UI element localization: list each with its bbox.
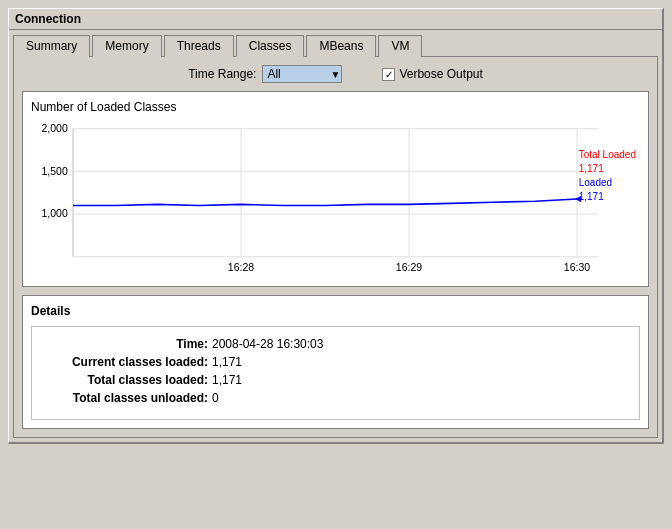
tab-mbeans[interactable]: MBeans xyxy=(306,35,376,57)
chart-section: Number of Loaded Classes 2,000 1,500 xyxy=(22,91,649,287)
chart-svg: 2,000 1,500 1,000 16:28 16:29 16:30 xyxy=(31,118,640,278)
verbose-output-label: Verbose Output xyxy=(399,67,482,81)
detail-row-time: Time: 2008-04-28 16:30:03 xyxy=(52,337,619,351)
detail-value-current: 1,171 xyxy=(212,355,242,369)
window-title: Connection xyxy=(15,12,81,26)
tab-threads[interactable]: Threads xyxy=(164,35,234,57)
tab-content: Time Range: All ▼ ✓ Verbose Output Numbe… xyxy=(13,56,658,438)
time-range-select[interactable]: All xyxy=(262,65,342,83)
svg-text:1,500: 1,500 xyxy=(41,164,67,176)
detail-value-time: 2008-04-28 16:30:03 xyxy=(212,337,323,351)
time-range-select-wrapper: All ▼ xyxy=(262,65,342,83)
svg-text:16:28: 16:28 xyxy=(228,260,254,272)
verbose-output-control: ✓ Verbose Output xyxy=(382,67,482,81)
svg-text:1,000: 1,000 xyxy=(41,207,67,219)
details-title: Details xyxy=(31,304,640,318)
svg-text:16:30: 16:30 xyxy=(564,260,590,272)
tab-summary[interactable]: Summary xyxy=(13,35,90,57)
svg-text:16:29: 16:29 xyxy=(396,260,422,272)
toolbar: Time Range: All ▼ ✓ Verbose Output xyxy=(22,65,649,83)
detail-label-time: Time: xyxy=(52,337,212,351)
legend-loaded: Loaded 1,171 xyxy=(579,176,636,204)
time-range-control: Time Range: All ▼ xyxy=(188,65,342,83)
details-inner: Time: 2008-04-28 16:30:03 Current classe… xyxy=(31,326,640,420)
main-window: Connection Summary Memory Threads Classe… xyxy=(8,8,664,444)
legend-total-loaded: Total Loaded 1,171 xyxy=(579,148,636,176)
tab-bar: Summary Memory Threads Classes MBeans VM xyxy=(9,30,662,56)
detail-row-unloaded: Total classes unloaded: 0 xyxy=(52,391,619,405)
detail-value-unloaded: 0 xyxy=(212,391,219,405)
detail-row-current: Current classes loaded: 1,171 xyxy=(52,355,619,369)
svg-text:2,000: 2,000 xyxy=(41,122,67,134)
detail-value-total: 1,171 xyxy=(212,373,242,387)
chart-title: Number of Loaded Classes xyxy=(31,100,640,114)
detail-label-unloaded: Total classes unloaded: xyxy=(52,391,212,405)
chart-legend: Total Loaded 1,171 Loaded 1,171 xyxy=(579,148,636,204)
details-section: Details Time: 2008-04-28 16:30:03 Curren… xyxy=(22,295,649,429)
tab-memory[interactable]: Memory xyxy=(92,35,161,57)
detail-label-current: Current classes loaded: xyxy=(52,355,212,369)
tab-vm[interactable]: VM xyxy=(378,35,422,57)
verbose-output-checkbox[interactable]: ✓ xyxy=(382,68,395,81)
tab-classes[interactable]: Classes xyxy=(236,35,305,57)
detail-row-total: Total classes loaded: 1,171 xyxy=(52,373,619,387)
time-range-label: Time Range: xyxy=(188,67,256,81)
detail-label-total: Total classes loaded: xyxy=(52,373,212,387)
title-bar: Connection xyxy=(9,9,662,30)
chart-container: 2,000 1,500 1,000 16:28 16:29 16:30 xyxy=(31,118,640,278)
